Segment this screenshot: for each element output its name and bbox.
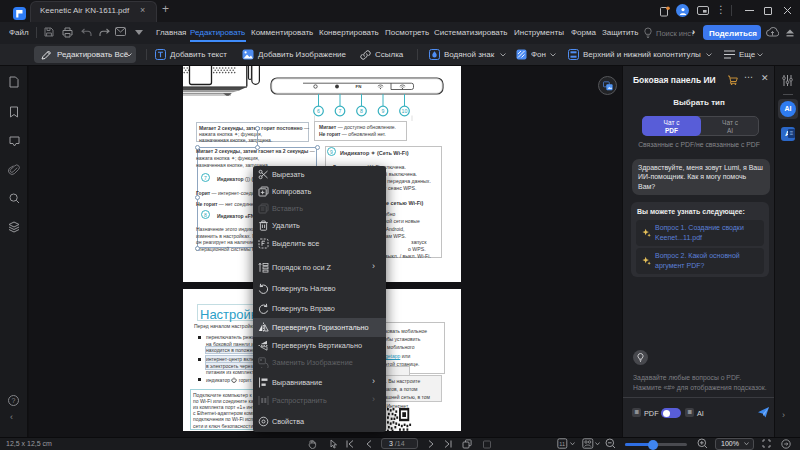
svg-text:8: 8 xyxy=(360,108,363,114)
svg-text:9: 9 xyxy=(382,108,385,114)
svg-text:10: 10 xyxy=(402,108,408,114)
svg-text:7: 7 xyxy=(339,108,342,114)
svg-text:6: 6 xyxy=(317,108,320,114)
svg-text:FN: FN xyxy=(356,84,362,89)
svg-text:11: 11 xyxy=(559,441,565,447)
